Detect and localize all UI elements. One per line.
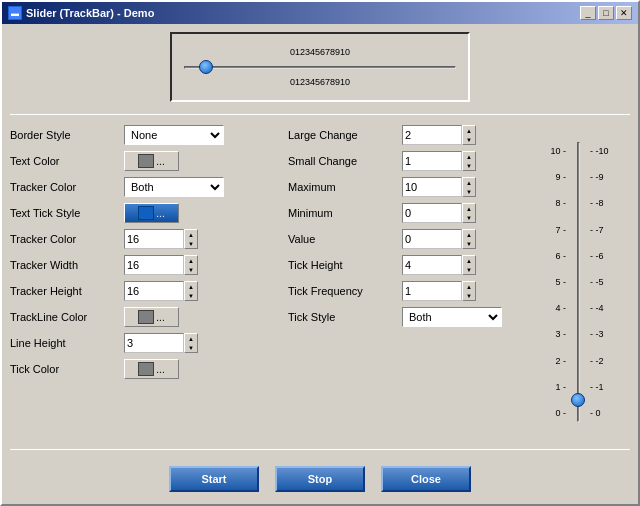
maximum-spinner: ▲ ▼ (402, 177, 476, 197)
maximum-input[interactable] (402, 177, 462, 197)
large-change-input[interactable] (402, 125, 462, 145)
tracker-color-up[interactable]: ▲ (185, 230, 197, 239)
tick-style-select[interactable]: BothTopBottomNone (402, 307, 502, 327)
minimum-up[interactable]: ▲ (463, 204, 475, 213)
line-height-spinner: ▲ ▼ (124, 333, 198, 353)
tick-color-swatch (138, 362, 154, 376)
tracker-width-input[interactable] (124, 255, 184, 275)
slider-preview: 01 23 45 67 89 10 01 23 45 67 (170, 32, 470, 102)
minimum-row: Minimum ▲ ▼ (288, 201, 518, 225)
maximum-up[interactable]: ▲ (463, 178, 475, 187)
right-panel: 10 - 9 - 8 - 7 - 6 - 5 - 4 - 3 - 2 - 1 -… (526, 123, 630, 441)
maximum-down[interactable]: ▼ (463, 187, 475, 196)
text-tick-style-row: Text Tick Style ... (10, 201, 280, 225)
value-up[interactable]: ▲ (463, 230, 475, 239)
window-body: 01 23 45 67 89 10 01 23 45 67 (2, 24, 638, 504)
tick-style-label: Tick Style (288, 311, 398, 323)
tick-height-up[interactable]: ▲ (463, 256, 475, 265)
tick-height-row: Tick Height ▲ ▼ (288, 253, 518, 277)
tick-labels-bottom: 01 23 45 67 89 10 (288, 77, 352, 87)
tracker-width-row: Tracker Width ▲ ▼ (10, 253, 280, 277)
text-color-swatch (138, 154, 154, 168)
tracker-width-up[interactable]: ▲ (185, 256, 197, 265)
line-height-down[interactable]: ▼ (185, 343, 197, 352)
value-label: Value (288, 233, 398, 245)
main-window: ▬ Slider (TrackBar) - Demo _ □ ✕ 01 23 4… (0, 0, 640, 506)
line-height-input[interactable] (124, 333, 184, 353)
stop-button[interactable]: Stop (275, 466, 365, 492)
tick-frequency-down[interactable]: ▼ (463, 291, 475, 300)
bottom-buttons: Start Stop Close (10, 458, 630, 496)
tracker-height-spinner: ▲ ▼ (124, 281, 198, 301)
maximum-row: Maximum ▲ ▼ (288, 175, 518, 199)
close-button[interactable]: Close (381, 466, 471, 492)
trackline-color-button[interactable]: ... (124, 307, 179, 327)
slider-track[interactable] (182, 57, 458, 77)
tick-frequency-up[interactable]: ▲ (463, 282, 475, 291)
value-down[interactable]: ▼ (463, 239, 475, 248)
window-icon: ▬ (8, 6, 22, 20)
tracker-height-input[interactable] (124, 281, 184, 301)
minimum-down[interactable]: ▼ (463, 213, 475, 222)
tracker-width-spinner: ▲ ▼ (124, 255, 198, 275)
small-change-label: Small Change (288, 155, 398, 167)
border-style-row: Border Style NoneFlatFixed3D (10, 123, 280, 147)
v-track-area (568, 142, 588, 422)
tracker-color-input[interactable] (124, 229, 184, 249)
large-change-up[interactable]: ▲ (463, 126, 475, 135)
value-spinner: ▲ ▼ (402, 229, 476, 249)
trackline-color-row: TrackLine Color ... (10, 305, 280, 329)
start-button[interactable]: Start (169, 466, 259, 492)
text-tick-swatch (138, 206, 154, 220)
trackline-color-swatch (138, 310, 154, 324)
large-change-row: Large Change ▲ ▼ (288, 123, 518, 147)
tick-color-row: Tick Color ... (10, 357, 280, 381)
large-change-down[interactable]: ▼ (463, 135, 475, 144)
trackline-color-label: TrackLine Color (10, 311, 120, 323)
tracker-height-up[interactable]: ▲ (185, 282, 197, 291)
small-change-down[interactable]: ▼ (463, 161, 475, 170)
tick-labels-top: 01 23 45 67 89 10 (288, 47, 352, 57)
minimum-input[interactable] (402, 203, 462, 223)
text-tick-style-button[interactable]: ... (124, 203, 179, 223)
title-buttons: _ □ ✕ (580, 6, 632, 20)
maximum-label: Maximum (288, 181, 398, 193)
maximize-button[interactable]: □ (598, 6, 614, 20)
tracker-width-down[interactable]: ▼ (185, 265, 197, 274)
line-height-up[interactable]: ▲ (185, 334, 197, 343)
left-panel: Border Style NoneFlatFixed3D Text Color … (10, 123, 280, 441)
line-height-label: Line Height (10, 337, 120, 349)
v-track-line[interactable] (577, 142, 580, 422)
tracker-height-down[interactable]: ▼ (185, 291, 197, 300)
tick-height-spinner: ▲ ▼ (402, 255, 476, 275)
text-color-button[interactable]: ... (124, 151, 179, 171)
v-ticks-left: 10 - 9 - 8 - 7 - 6 - 5 - 4 - 3 - 2 - 1 -… (546, 142, 566, 422)
small-change-up[interactable]: ▲ (463, 152, 475, 161)
text-tick-style-label: Text Tick Style (10, 207, 120, 219)
v-ticks-right: - -10 - -9 - -8 - -7 - -6 - -5 - -4 - -3… (590, 142, 610, 422)
tick-frequency-row: Tick Frequency ▲ ▼ (288, 279, 518, 303)
close-title-button[interactable]: ✕ (616, 6, 632, 20)
tracker-height-label: Tracker Height (10, 285, 120, 297)
text-color-label: Text Color (10, 155, 120, 167)
tracker-color-select[interactable]: BothTopBottomNone (124, 177, 224, 197)
minimize-button[interactable]: _ (580, 6, 596, 20)
window-title: Slider (TrackBar) - Demo (26, 7, 154, 19)
small-change-input[interactable] (402, 151, 462, 171)
tick-color-button[interactable]: ... (124, 359, 179, 379)
tick-color-label: Tick Color (10, 363, 120, 375)
tick-frequency-input[interactable] (402, 281, 462, 301)
tick-height-down[interactable]: ▼ (463, 265, 475, 274)
value-input[interactable] (402, 229, 462, 249)
tracker-color-label1: Tracker Color (10, 181, 120, 193)
main-content: Border Style NoneFlatFixed3D Text Color … (10, 123, 630, 441)
large-change-spinner: ▲ ▼ (402, 125, 476, 145)
tracker-color-down[interactable]: ▼ (185, 239, 197, 248)
slider-thumb[interactable] (199, 60, 213, 74)
tick-height-input[interactable] (402, 255, 462, 275)
tick-height-label: Tick Height (288, 259, 398, 271)
tracker-width-label: Tracker Width (10, 259, 120, 271)
border-style-select[interactable]: NoneFlatFixed3D (124, 125, 224, 145)
v-slider-thumb[interactable] (571, 393, 585, 407)
border-style-label: Border Style (10, 129, 120, 141)
